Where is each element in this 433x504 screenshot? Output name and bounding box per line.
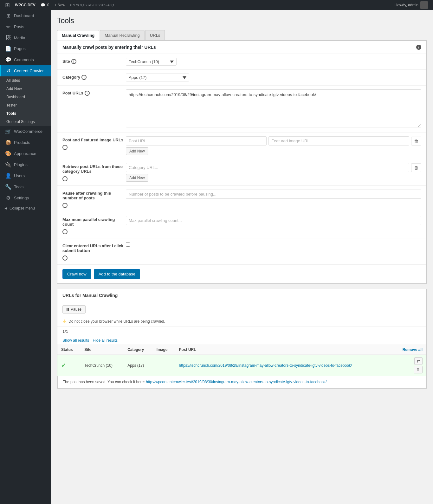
sidebar-item-settings[interactable]: ⚙ Settings xyxy=(0,192,51,204)
tab-manual-crawling[interactable]: Manual Crawling xyxy=(57,30,99,41)
post-urls-textarea[interactable] xyxy=(126,89,421,127)
delete-row-button[interactable]: 🗑 xyxy=(414,366,423,373)
pause-field xyxy=(126,190,421,199)
form-actions: Crawl now Add to the database xyxy=(57,265,426,283)
pause-row: Pause after crawling this number of post… xyxy=(57,186,426,212)
crawl-count: 1/1 xyxy=(62,329,68,334)
results-table-header-row: Status Site Category Image Post URL Remo… xyxy=(57,345,426,355)
saved-post-link[interactable]: http://wpcontentcrawler.test/2019/08/30/… xyxy=(146,380,326,384)
crawl-results-header: URLs for Manual Crawling xyxy=(57,289,426,302)
show-all-results-link[interactable]: Show all results xyxy=(62,338,89,343)
pause-input[interactable] xyxy=(126,190,421,199)
site-name[interactable]: WPCC DEV xyxy=(12,0,38,10)
remove-all-link[interactable]: Remove all xyxy=(403,347,423,352)
sidebar-item-posts[interactable]: ✏ Posts xyxy=(0,21,51,32)
sidebar-item-label: Appearance xyxy=(14,151,36,156)
delete-category-url-button[interactable]: 🗑 xyxy=(411,163,421,172)
section-title: Manually crawl posts by entering their U… xyxy=(62,45,156,50)
submenu-tools[interactable]: Tools xyxy=(0,109,51,118)
section-info-icon[interactable]: i xyxy=(416,45,421,50)
add-to-database-button[interactable]: Add to the database xyxy=(94,269,140,279)
admin-bar-right: Howdy, admin xyxy=(392,0,430,10)
sidebar-item-label: Pages xyxy=(14,46,26,51)
sidebar-item-woocommerce[interactable]: 🛒 WooCommerce xyxy=(0,126,51,137)
sidebar-item-plugins[interactable]: 🔌 Plugins xyxy=(0,159,51,170)
sidebar: ⊞ Dashboard ✏ Posts 🖼 Media 📄 Pa xyxy=(0,10,51,504)
plugins-icon: 🔌 xyxy=(5,162,11,168)
sidebar-item-products[interactable]: 📦 Products xyxy=(0,137,51,148)
col-site: Site xyxy=(81,345,124,355)
sidebar-item-dashboard[interactable]: ⊞ Dashboard xyxy=(0,10,51,21)
sidebar-item-tools[interactable]: 🔧 Tools xyxy=(0,181,51,192)
post-urls-info-icon[interactable]: i xyxy=(85,91,90,96)
max-parallel-info-icon[interactable]: i xyxy=(62,229,68,234)
add-new-category-url-button[interactable]: Add New xyxy=(126,174,148,182)
count-row: 1/1 xyxy=(57,326,426,336)
pause-info-icon[interactable]: i xyxy=(62,203,68,208)
admin-bar: ⊞ WPCC DEV 💬 0 + New 0.97s 8,163kB 0.022… xyxy=(0,0,433,10)
tab-manual-recrawling[interactable]: Manual Recrawling xyxy=(100,30,145,40)
clear-urls-label: Clear entered URLs after I click submit … xyxy=(62,242,126,261)
delete-post-image-row-button[interactable]: 🗑 xyxy=(411,137,421,145)
site-row: Site i TechCrunch (10) xyxy=(57,54,426,70)
clear-urls-checkbox[interactable] xyxy=(126,242,130,247)
category-url-input[interactable] xyxy=(126,163,409,172)
sidebar-item-pages[interactable]: 📄 Pages xyxy=(0,43,51,54)
add-new-post-image-button[interactable]: Add New xyxy=(126,147,148,155)
new-content-button[interactable]: + New xyxy=(52,0,68,10)
crawl-results-title: URLs for Manual Crawling xyxy=(62,293,421,298)
hide-all-results-link[interactable]: Hide all results xyxy=(93,338,118,343)
appearance-icon: 🎨 xyxy=(5,151,11,157)
submenu-all-sites[interactable]: All Sites xyxy=(0,76,51,85)
category-select[interactable]: Apps (17) xyxy=(126,74,189,81)
post-urls-field xyxy=(126,89,421,128)
clear-urls-field xyxy=(126,242,421,248)
results-table-body: ✓ TechCrunch (10) Apps (17) https://tech… xyxy=(57,355,426,376)
retrieve-category-row: Retrieve post URLs from these category U… xyxy=(57,159,426,186)
tab-urls[interactable]: URLs xyxy=(145,30,165,40)
sidebar-item-content-crawler[interactable]: ↺ Content Crawler xyxy=(0,65,51,76)
max-parallel-input[interactable] xyxy=(126,216,421,225)
main-layout: ⊞ Dashboard ✏ Posts 🖼 Media 📄 Pa xyxy=(0,0,433,504)
table-row: ✓ TechCrunch (10) Apps (17) https://tech… xyxy=(57,355,426,376)
results-table-head: Status Site Category Image Post URL Remo… xyxy=(57,345,426,355)
post-image-info-icon[interactable]: i xyxy=(62,145,68,150)
sidebar-item-media[interactable]: 🖼 Media xyxy=(0,32,51,43)
crawl-now-button[interactable]: Crawl now xyxy=(62,269,91,279)
submenu-dashboard[interactable]: Dashboard xyxy=(0,93,51,101)
success-check-icon: ✓ xyxy=(61,362,66,369)
sidebar-item-users[interactable]: 👤 Users xyxy=(0,170,51,181)
post-image-urls-label: Post and Featured Image URLs i xyxy=(62,136,126,150)
category-info-icon[interactable]: i xyxy=(81,75,87,80)
comments-icon: 💬 xyxy=(5,57,11,63)
post-url-input[interactable] xyxy=(126,136,267,145)
col-remove-all: Remove all xyxy=(393,345,426,355)
post-url-link[interactable]: https://techcrunch.com/2019/08/29/instag… xyxy=(179,363,352,368)
collapse-menu[interactable]: ◄ Collapse menu xyxy=(0,204,51,213)
sidebar-item-comments[interactable]: 💬 Comments xyxy=(0,54,51,65)
site-select[interactable]: TechCrunch (10) xyxy=(126,58,177,66)
howdy-menu[interactable]: Howdy, admin xyxy=(392,0,430,10)
site-info-icon[interactable]: i xyxy=(71,59,76,64)
pause-label: Pause after crawling this number of post… xyxy=(62,190,126,208)
row-status: ✓ xyxy=(57,355,81,376)
post-urls-label: Post URLs i xyxy=(62,89,126,96)
row-post-url: https://techcrunch.com/2019/08/29/instag… xyxy=(175,355,393,376)
submenu-tester[interactable]: Tester xyxy=(0,101,51,109)
submenu-add-new[interactable]: Add New xyxy=(0,85,51,93)
featured-image-url-input[interactable] xyxy=(268,136,409,145)
submenu-general-settings[interactable]: General Settings xyxy=(0,118,51,126)
comments-link[interactable]: 💬 0 xyxy=(38,0,52,10)
post-image-urls-row: Post and Featured Image URLs i 🗑 Add New xyxy=(57,132,426,159)
manual-crawling-box: Manually crawl posts by entering their U… xyxy=(57,41,427,284)
pause-button[interactable]: Pause xyxy=(62,305,86,313)
refresh-row-button[interactable]: ⇄ xyxy=(414,357,423,365)
sidebar-item-appearance[interactable]: 🎨 Appearance xyxy=(0,148,51,159)
comment-bubble-icon: 💬 xyxy=(41,3,45,7)
retrieve-category-info-icon[interactable]: i xyxy=(62,176,68,181)
wp-logo[interactable]: ⊞ xyxy=(3,0,12,10)
crawl-results-box: URLs for Manual Crawling Pause ⚠ Do not … xyxy=(57,289,427,389)
sidebar-item-label: Users xyxy=(14,173,25,178)
clear-urls-info-icon[interactable]: i xyxy=(62,255,68,261)
clear-urls-row: Clear entered URLs after I click submit … xyxy=(57,238,426,265)
